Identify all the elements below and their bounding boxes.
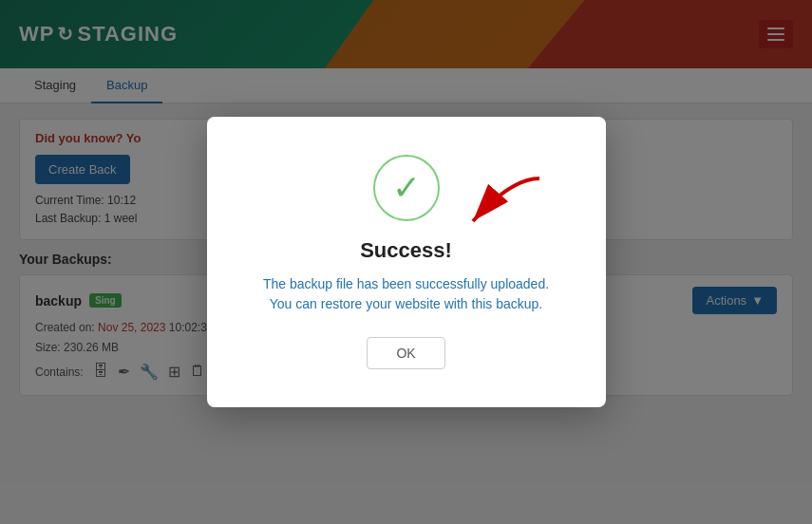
arrow-indicator	[435, 169, 549, 245]
ok-button[interactable]: OK	[367, 337, 444, 369]
success-icon: ✓	[373, 155, 440, 221]
success-modal: ✓ Success! The backup file has been succ…	[207, 117, 606, 407]
modal-overlay: ✓ Success! The backup file has been succ…	[0, 0, 812, 524]
checkmark-icon: ✓	[392, 168, 421, 208]
modal-message: The backup file has been successfully up…	[255, 274, 558, 314]
